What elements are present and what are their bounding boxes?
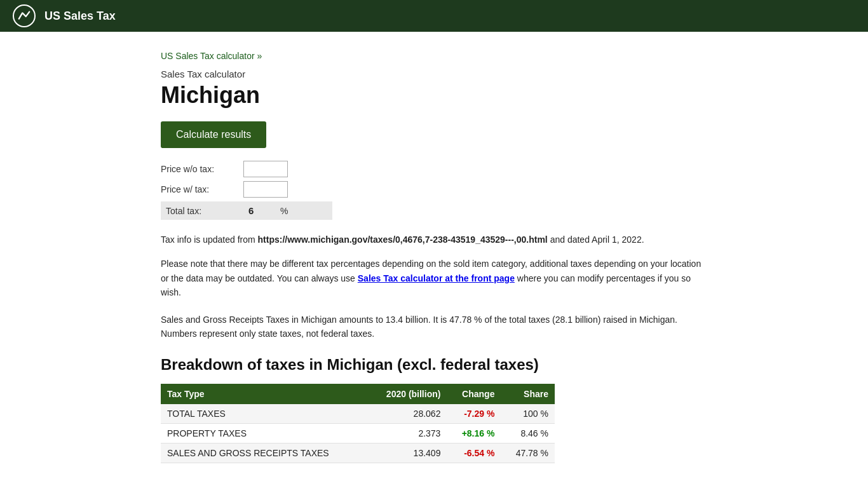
breadcrumb-link[interactable]: US Sales Tax calculator » (161, 51, 262, 61)
calculate-button[interactable]: Calculate results (161, 121, 266, 148)
page-subtitle: Sales Tax calculator (161, 69, 707, 79)
cell-amount: 2.373 (367, 424, 447, 444)
site-logo (13, 4, 36, 27)
table-row: TOTAL TAXES 28.062 -7.29 % 100 % (161, 404, 555, 424)
total-tax-row: Total tax: 6 % (161, 201, 332, 220)
note-paragraph: Please note that there may be different … (161, 257, 707, 299)
cell-change: +8.16 % (447, 424, 501, 444)
table-row: PROPERTY TAXES 2.373 +8.16 % 8.46 % (161, 424, 555, 444)
tax-info-prefix: Tax info is updated from (161, 234, 258, 245)
col-header-amount: 2020 (billion) (367, 384, 447, 404)
price-w-tax-row: Price w/ tax: (161, 181, 707, 198)
cell-share: 8.46 % (501, 424, 555, 444)
cell-amount: 28.062 (367, 404, 447, 424)
table-row: SALES AND GROSS RECEIPTS TAXES 13.409 -6… (161, 444, 555, 463)
cell-share: 100 % (501, 404, 555, 424)
main-content: US Sales Tax calculator » Sales Tax calc… (148, 32, 720, 482)
total-tax-label: Total tax: (166, 206, 248, 216)
note-link[interactable]: Sales Tax calculator at the front page (358, 273, 515, 283)
total-tax-value: 6 (248, 205, 280, 216)
breadcrumb: US Sales Tax calculator » (161, 51, 707, 61)
cell-change: -6.54 % (447, 444, 501, 463)
summary-paragraph: Sales and Gross Receipts Taxes in Michig… (161, 313, 707, 341)
cell-type: SALES AND GROSS RECEIPTS TAXES (161, 444, 367, 463)
breakdown-title: Breakdown of taxes in Michigan (excl. fe… (161, 356, 707, 374)
page-title: Michigan (161, 82, 707, 109)
tax-info-paragraph: Tax info is updated from https://www.mic… (161, 233, 707, 247)
price-wo-tax-label: Price w/o tax: (161, 164, 243, 174)
tax-info-url[interactable]: https://www.michigan.gov/taxes/0,4676,7-… (258, 234, 548, 245)
col-header-change: Change (447, 384, 501, 404)
cell-type: PROPERTY TAXES (161, 424, 367, 444)
site-header: US Sales Tax (0, 0, 868, 32)
cell-share: 47.78 % (501, 444, 555, 463)
price-wo-tax-row: Price w/o tax: (161, 161, 707, 177)
cell-change: -7.29 % (447, 404, 501, 424)
col-header-share: Share (501, 384, 555, 404)
tax-table: Tax Type 2020 (billion) Change Share TOT… (161, 384, 555, 463)
cell-type: TOTAL TAXES (161, 404, 367, 424)
cell-amount: 13.409 (367, 444, 447, 463)
col-header-type: Tax Type (161, 384, 367, 404)
total-tax-pct: % (280, 206, 288, 216)
table-header-row: Tax Type 2020 (billion) Change Share (161, 384, 555, 404)
price-w-tax-input[interactable] (243, 181, 288, 198)
price-w-tax-label: Price w/ tax: (161, 184, 243, 194)
price-wo-tax-input[interactable] (243, 161, 288, 177)
tax-info-suffix: and dated April 1, 2022. (548, 234, 644, 245)
site-title: US Sales Tax (44, 10, 116, 23)
logo-icon (17, 9, 31, 23)
